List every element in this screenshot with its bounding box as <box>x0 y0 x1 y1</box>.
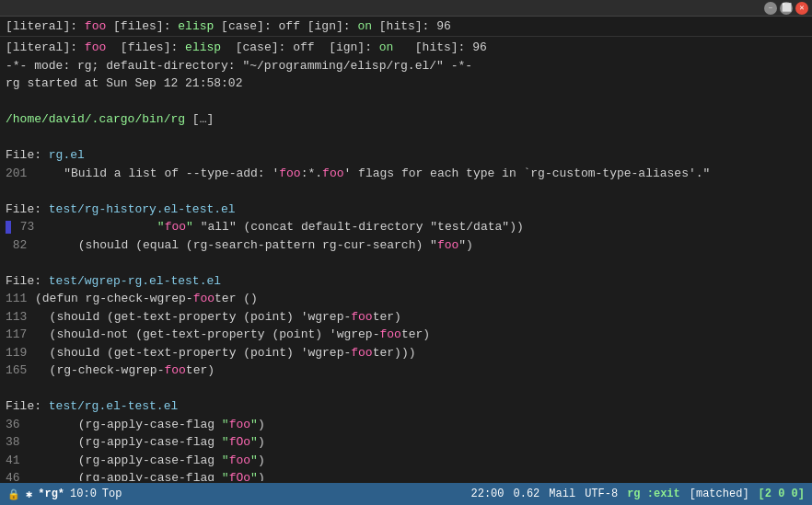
line-row: 82 (should (equal (rg-search-pattern rg-… <box>6 236 806 255</box>
line-row <box>6 182 806 201</box>
mail: Mail <box>549 488 575 500</box>
hits-val: 96 <box>436 19 451 33</box>
line-row: 165 (rg-check-wgrep-footer) <box>6 362 806 380</box>
star-icon: ✱ <box>26 488 32 501</box>
rg-command: rg :exit <box>627 488 680 500</box>
header-bar: [literal]: foo [files]: elisp [case]: of… <box>0 17 812 37</box>
line-row: File: test/rg.el-test.el <box>6 397 806 416</box>
line-row: /home/david/.cargo/bin/rg […] <box>6 110 806 129</box>
line-row: File: rg.el <box>6 146 806 165</box>
cpu: 0.62 <box>514 488 540 500</box>
line-row <box>6 93 806 111</box>
files-label: [files]: <box>113 19 170 33</box>
line-row: 41 (rg-apply-case-flag "foo") <box>6 452 806 470</box>
line-row: 73 "foo" "all" (concat default-directory… <box>6 218 806 236</box>
hits-label: [hits]: <box>379 19 430 33</box>
line-row: File: test/rg-history.el-test.el <box>6 201 806 219</box>
line-row: 119 (should (get-text-property (point) '… <box>6 344 806 362</box>
content-area: [literal]: foo [files]: elisp [case]: of… <box>0 37 812 481</box>
literal-foo: foo <box>85 19 106 33</box>
lock-icon: 🔒 <box>7 488 20 500</box>
line-row: rg started at Sun Sep 12 21:58:02 <box>6 75 806 93</box>
match-counts: [2 0 0] <box>759 488 805 500</box>
ign-label: [ign]: <box>307 19 351 33</box>
status-right: 22:00 0.62 Mail UTF-8 rg :exit [matched]… <box>471 488 806 500</box>
case-val: off <box>279 19 300 33</box>
line-row: 113 (should (get-text-property (point) '… <box>6 308 806 327</box>
line-row: 201 "Build a list of --type-add: 'foo:*.… <box>6 165 806 183</box>
time: 22:00 <box>471 488 505 500</box>
line-row <box>6 380 806 398</box>
scroll: Top <box>102 488 122 500</box>
status-bar: 🔒 ✱ *rg* 10:0 Top 22:00 0.62 Mail UTF-8 … <box>0 483 812 505</box>
status-left: 🔒 ✱ *rg* 10:0 Top <box>7 488 122 501</box>
line-row: 38 (rg-apply-case-flag "fOo") <box>6 433 806 452</box>
ign-val: on <box>357 19 372 33</box>
case-label: [case]: <box>221 19 272 33</box>
line-row: 46 (rg-apply-case-flag "fOo") <box>6 469 806 481</box>
position: 10:0 <box>70 488 97 500</box>
line-row: 117 (should-not (get-text-property (poin… <box>6 326 806 344</box>
line-row: File: test/wgrep-rg.el-test.el <box>6 272 806 291</box>
buffer-name: *rg* <box>38 488 64 500</box>
close-button[interactable]: ✕ <box>795 2 808 15</box>
minimize-button[interactable]: – <box>764 2 777 15</box>
line-row: [literal]: foo [files]: elisp [case]: of… <box>6 39 806 57</box>
line-row: -*- mode: rg; default-directory: "~/prog… <box>6 57 806 75</box>
encoding: UTF-8 <box>585 488 618 500</box>
line-row <box>6 129 806 147</box>
line-row: 111(defun rg-check-wgrep-footer () <box>6 290 806 308</box>
literal-label: [literal]: <box>6 19 77 33</box>
restore-button[interactable]: ⬜ <box>780 2 793 15</box>
matched-label: [matched] <box>690 488 749 500</box>
files-val: elisp <box>178 19 214 33</box>
title-bar: – ⬜ ✕ <box>0 0 812 17</box>
line-row <box>6 254 806 272</box>
line-row: 36 (rg-apply-case-flag "foo") <box>6 416 806 434</box>
